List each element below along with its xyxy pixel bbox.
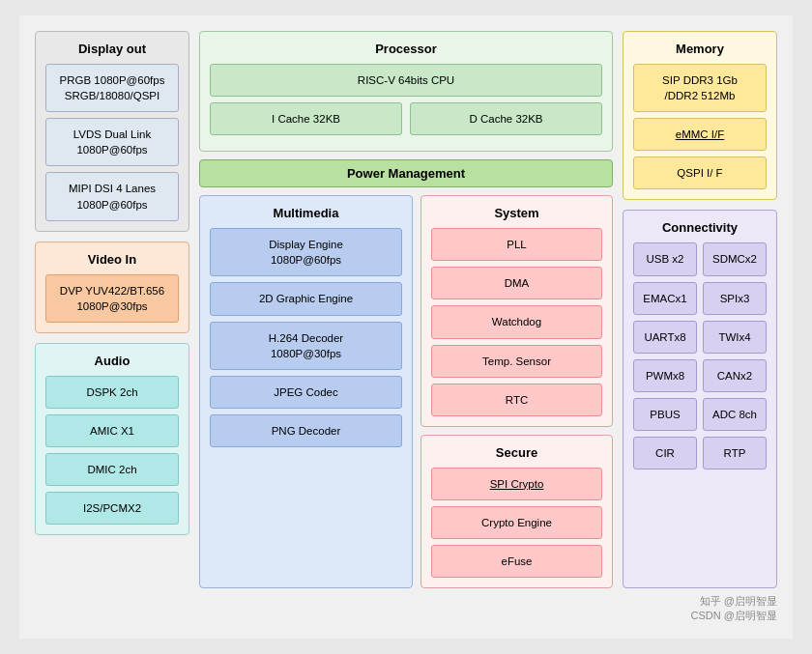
- diagram: Display out PRGB 1080P@60fpsSRGB/18080/Q…: [19, 15, 793, 639]
- video-in-section: Video In DVP YUV422/BT.6561080P@30fps: [35, 242, 189, 333]
- display-out-section: Display out PRGB 1080P@60fpsSRGB/18080/Q…: [35, 31, 189, 232]
- display-out-box-2: MIPI DSI 4 Lanes1080P@60fps: [45, 172, 179, 220]
- secure-title: Secure: [431, 445, 602, 460]
- multimedia-box-2: H.264 Decoder1080P@30fps: [210, 322, 402, 370]
- multimedia-box-0: Display Engine1080P@60fps: [210, 228, 402, 276]
- multimedia-box-4: PNG Decoder: [210, 414, 402, 447]
- conn-box-6: PWMx8: [633, 359, 697, 392]
- memory-box-1: eMMC I/F: [633, 118, 767, 151]
- system-box-2: Watchdog: [431, 305, 602, 338]
- audio-box-1: AMIC X1: [45, 414, 179, 447]
- processor-section: Processor RISC-V 64bits CPU I Cache 32KB…: [199, 31, 613, 152]
- connectivity-section: Connectivity USB x2 SDMCx2 EMACx1 SPIx3 …: [623, 210, 777, 588]
- display-out-box-0: PRGB 1080P@60fpsSRGB/18080/QSPI: [45, 64, 179, 112]
- left-column: Display out PRGB 1080P@60fpsSRGB/18080/Q…: [35, 31, 189, 588]
- memory-title: Memory: [633, 42, 767, 56]
- audio-box-0: DSPK 2ch: [45, 376, 179, 409]
- conn-box-9: ADC 8ch: [703, 398, 767, 431]
- system-secure-column: System PLL DMA Watchdog Temp. Sensor RTC…: [420, 195, 613, 588]
- memory-box-2: QSPI I/ F: [633, 156, 767, 189]
- cache-i-box: I Cache 32KB: [210, 102, 402, 135]
- conn-box-7: CANx2: [703, 359, 767, 392]
- video-in-box-0: DVP YUV422/BT.6561080P@30fps: [45, 274, 179, 323]
- multimedia-box-3: JPEG Codec: [210, 376, 402, 409]
- secure-box-2: eFuse: [431, 545, 602, 578]
- system-box-3: Temp. Sensor: [431, 345, 602, 378]
- multimedia-box-1: 2D Graphic Engine: [210, 282, 402, 315]
- right-column: Memory SIP DDR3 1Gb/DDR2 512Mb eMMC I/F …: [623, 31, 777, 588]
- middle-content: Multimedia Display Engine1080P@60fps 2D …: [199, 195, 613, 588]
- processor-title: Processor: [210, 42, 602, 56]
- system-box-1: DMA: [431, 267, 602, 299]
- multimedia-title: Multimedia: [210, 206, 402, 220]
- audio-title: Audio: [45, 354, 179, 368]
- display-out-box-1: LVDS Dual Link1080P@60fps: [45, 118, 179, 166]
- memory-box-0: SIP DDR3 1Gb/DDR2 512Mb: [633, 64, 767, 112]
- secure-section: Secure SPI Crypto Crypto Engine eFuse: [420, 435, 613, 588]
- system-title: System: [431, 206, 602, 220]
- conn-box-8: PBUS: [633, 398, 697, 431]
- display-out-title: Display out: [45, 42, 179, 56]
- system-section: System PLL DMA Watchdog Temp. Sensor RTC: [420, 195, 613, 426]
- cpu-box: RISC-V 64bits CPU: [210, 64, 602, 97]
- cache-d-box: D Cache 32KB: [410, 102, 602, 135]
- audio-box-2: DMIC 2ch: [45, 453, 179, 486]
- conn-box-5: TWIx4: [703, 321, 767, 354]
- conn-box-3: SPIx3: [703, 282, 767, 315]
- power-management-bar: Power Management: [199, 159, 613, 187]
- audio-section: Audio DSPK 2ch AMIC X1 DMIC 2ch I2S/PCMX…: [35, 343, 189, 535]
- watermark: 知乎 @启明智显CSDN @启明智显: [35, 594, 777, 623]
- connectivity-title: Connectivity: [633, 220, 767, 235]
- conn-box-10: CIR: [633, 437, 697, 469]
- secure-box-0: SPI Crypto: [431, 468, 602, 500]
- system-box-4: RTC: [431, 384, 602, 416]
- memory-section: Memory SIP DDR3 1Gb/DDR2 512Mb eMMC I/F …: [623, 31, 777, 200]
- conn-box-2: EMACx1: [633, 282, 697, 315]
- conn-box-0: USB x2: [633, 242, 697, 275]
- secure-box-1: Crypto Engine: [431, 506, 602, 539]
- connectivity-grid: USB x2 SDMCx2 EMACx1 SPIx3 UARTx8 TWIx4 …: [633, 242, 767, 469]
- audio-box-3: I2S/PCMX2: [45, 492, 179, 525]
- conn-box-1: SDMCx2: [703, 242, 767, 275]
- conn-box-4: UARTx8: [633, 321, 697, 354]
- video-in-title: Video In: [45, 252, 179, 267]
- multimedia-section: Multimedia Display Engine1080P@60fps 2D …: [199, 195, 413, 588]
- middle-column: Processor RISC-V 64bits CPU I Cache 32KB…: [199, 31, 613, 588]
- conn-box-11: RTP: [703, 437, 767, 469]
- system-box-0: PLL: [431, 228, 602, 261]
